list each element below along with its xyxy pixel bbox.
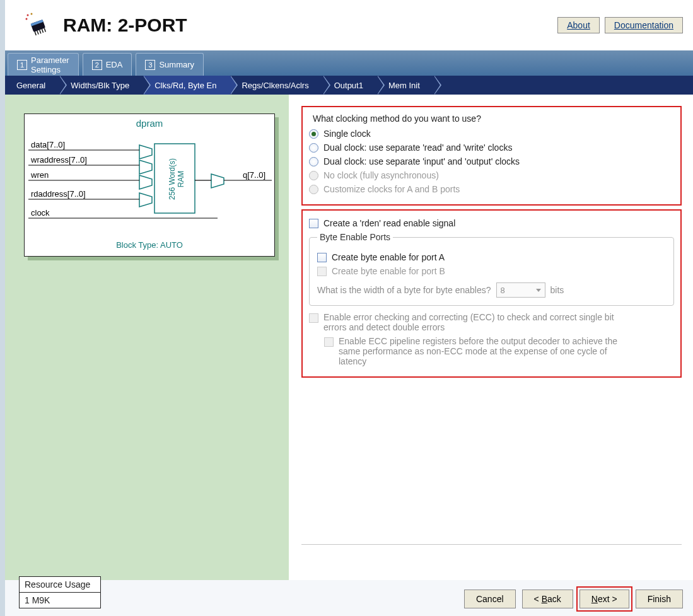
radio-icon [309,129,318,139]
checkbox-icon [309,219,318,228]
checkbox-icon [317,267,327,276]
checkbox-icon [324,337,334,347]
radio-icon [309,157,318,166]
subnav: General Widths/Blk Type Clks/Rd, Byte En… [5,76,693,95]
tab-eda[interactable]: 2 EDA [83,53,132,76]
svg-text:q[7..0]: q[7..0] [243,170,265,180]
tab-number: 1 [17,60,27,70]
radio-icon [309,143,318,153]
tab-parameter-settings[interactable]: 1 Parameter Settings [8,53,79,76]
right-pane: What clocking method do you want to use?… [289,95,693,580]
svg-text:wraddress[7..0]: wraddress[7..0] [30,155,87,165]
resource-usage-value: 1 M9K [20,593,100,608]
footer: Resource Usage 1 M9K Cancel < Back Next … [0,571,693,616]
byte-width-question: What is the width of a byte for byte ena… [317,285,491,295]
clocking-legend: What clocking method do you want to use? [313,113,674,124]
resource-usage-box: Resource Usage 1 M9K [19,576,101,608]
chip-icon [24,11,52,39]
left-pane: dpram [5,95,289,580]
radio-icon [309,185,318,194]
radio-label: Customize clocks for A and B ports [323,184,460,194]
diagram-title: dpram [25,114,274,130]
svg-line-3 [37,31,38,35]
checkbox-ecc: Enable error checking and correcting (EC… [309,312,674,332]
block-diagram: dpram [24,113,275,257]
checkbox-label: Create byte enable for port A [332,252,445,262]
nav-regs-clkens-aclrs[interactable]: Regs/Clkens/Aclrs [230,76,322,95]
next-button[interactable]: Next > [579,590,629,608]
tab-label: Summary [159,60,194,69]
radio-label: Dual clock: use separate 'input' and 'ou… [323,156,520,166]
svg-marker-12 [139,160,152,174]
finish-button[interactable]: Finish [636,590,683,608]
checkbox-label: Create byte enable for port B [332,266,445,276]
top-tab-row: 1 Parameter Settings 2 EDA 3 Summary [5,50,693,76]
divider [301,544,682,545]
about-button[interactable]: About [557,17,600,33]
checkbox-label: Enable error checking and correcting (EC… [323,312,639,332]
nav-clks-rd-byte-en[interactable]: Clks/Rd, Byte En [143,76,230,95]
radio-dual-read-write[interactable]: Dual clock: use separate 'read' and 'wri… [309,142,674,153]
byte-width-units: bits [550,285,564,295]
radio-label: Dual clock: use separate 'read' and 'wri… [323,142,512,153]
header-buttons: About Documentation [557,17,683,33]
checkbox-label: Enable ECC pipeline registers before the… [339,336,635,366]
nav-output1[interactable]: Output1 [323,76,377,95]
tab-label: Parameter Settings [31,55,69,74]
svg-text:256 Word(s): 256 Word(s) [168,158,177,200]
svg-text:rdaddress[7..0]: rdaddress[7..0] [31,189,86,199]
svg-line-2 [35,32,36,35]
highlight-byte-enable-ecc: Create a 'rden' read enable signal Byte … [301,209,682,378]
byte-enable-fieldset: Byte Enable Ports Create byte enable for… [309,232,674,306]
highlight-clocking: What clocking method do you want to use?… [301,106,682,206]
checkbox-rden[interactable]: Create a 'rden' read enable signal [309,218,674,228]
svg-text:RAM: RAM [177,171,185,188]
checkbox-byte-enable-a[interactable]: Create byte enable for port A [317,252,666,262]
tab-number: 3 [145,60,155,70]
svg-line-5 [42,29,43,33]
svg-marker-11 [139,145,152,159]
svg-text:wren: wren [30,170,49,180]
svg-point-9 [26,18,28,20]
header-left: RAM: 2-PORT [24,11,187,39]
checkbox-byte-enable-b: Create byte enable for port B [317,266,666,276]
nav-mem-init[interactable]: Mem Init [377,76,434,95]
radio-label: Single clock [323,129,371,139]
nav-general[interactable]: General [5,76,59,95]
radio-customize-ab: Customize clocks for A and B ports [309,184,674,194]
cancel-button[interactable]: Cancel [464,590,516,608]
svg-line-6 [44,28,45,32]
tab-summary[interactable]: 3 Summary [136,53,204,76]
diagram-svg: 256 Word(s) RAM data[7..0] wraddress[7..… [25,130,274,236]
radio-single-clock[interactable]: Single clock [309,129,674,139]
svg-text:clock: clock [31,208,50,218]
back-button[interactable]: < Back [522,590,573,608]
checkbox-ecc-pipeline: Enable ECC pipeline registers before the… [324,336,674,366]
checkbox-icon [309,313,318,323]
dropdown-value: 8 [501,286,505,295]
main-area: dpram [5,95,693,580]
clocking-fieldset: What clocking method do you want to use?… [309,111,674,198]
footer-buttons: Cancel < Back Next > Finish [464,590,683,608]
page-title: RAM: 2-PORT [63,15,187,36]
checkbox-icon [317,253,327,262]
svg-marker-13 [139,175,152,189]
byte-width-dropdown: 8 [496,282,545,298]
port-data: data[7..0] [31,140,65,149]
chevron-down-icon [536,289,541,292]
nav-widths-blk-type[interactable]: Widths/Blk Type [59,76,143,95]
radio-label: No clock (fully asynchronous) [323,170,439,180]
byte-width-row: What is the width of a byte for byte ena… [317,282,666,298]
checkbox-label: Create a 'rden' read enable signal [323,218,455,228]
radio-dual-input-output[interactable]: Dual clock: use separate 'input' and 'ou… [309,156,674,166]
radio-icon [309,171,318,180]
svg-marker-15 [211,174,224,188]
svg-point-7 [27,15,29,16]
documentation-button[interactable]: Documentation [605,17,683,33]
svg-marker-14 [139,193,152,207]
header: RAM: 2-PORT About Documentation [5,0,693,50]
svg-point-8 [31,13,33,15]
tab-number: 2 [92,60,102,70]
byte-enable-legend: Byte Enable Ports [317,232,393,242]
svg-line-4 [40,30,41,34]
